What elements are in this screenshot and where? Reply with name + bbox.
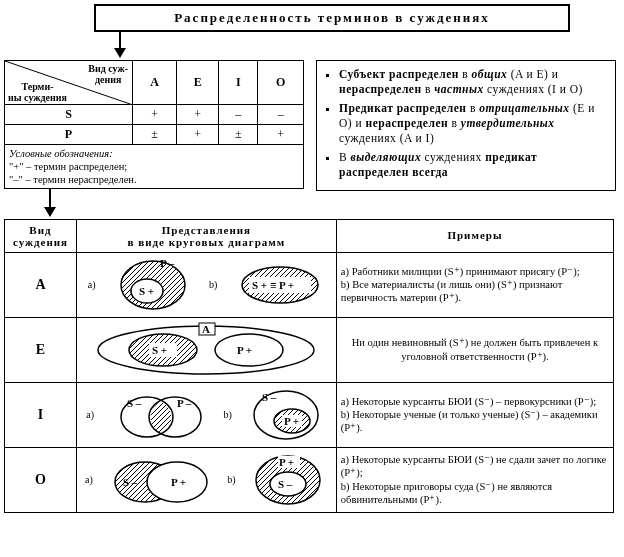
rule-2: Предикат распределен в отрицательных (E … (339, 101, 607, 146)
rule-3-bi1: выделяющих (351, 151, 422, 163)
rules-box: Субъект распределен в общих (A и E) и не… (316, 60, 616, 191)
rule-3-t1: В (339, 151, 351, 163)
euler-type-I: I (5, 382, 77, 447)
ex-I-a: a) Некоторые курсанты БЮИ (S⁻) – первоку… (341, 395, 609, 408)
euler-ex-A: a) Работники милиции (S⁺) принимают прис… (336, 252, 613, 317)
venn-A-a-icon: P – S + (113, 257, 191, 313)
venn-E-icon: S + P + A (91, 322, 321, 378)
ex-I-b: b) Некоторые ученые (и только ученые) (S… (341, 408, 609, 434)
svg-text:S –: S – (123, 476, 138, 488)
distribution-block: Вид суж-дения Терми-ны суждения A E I O … (4, 60, 304, 189)
legend-heading: Условные обозначения: (9, 148, 113, 159)
page-title: Распределенность терминов в суждениях (94, 4, 570, 32)
euler-type-E: E (5, 317, 77, 382)
svg-text:P +: P + (279, 456, 294, 468)
ex-A-b: b) Все материалисты (и лишь они) (S⁺) пр… (341, 278, 609, 304)
svg-text:S +: S + (152, 344, 167, 356)
euler-h1: Видсуждения (5, 219, 77, 252)
rule-1-t3: в (422, 83, 435, 95)
svg-text:S + ≡ P +: S + ≡ P + (252, 279, 294, 291)
rule-3-t2: суждениях (421, 151, 485, 163)
row-label-S: S (5, 105, 133, 125)
row-S: S + + – – (5, 105, 304, 125)
rule-2-b2: нераспределен (366, 117, 449, 129)
label-b: b) (227, 474, 235, 485)
rule-2-t4: суждениях (A и I) (339, 132, 434, 144)
ex-A-a: a) Работники милиции (S⁺) принимают прис… (341, 265, 609, 278)
venn-I-b-icon: P + S – (246, 387, 326, 443)
svg-text:P +: P + (171, 476, 186, 488)
arrow-table-to-euler (39, 189, 620, 219)
diag-top-label: Вид суж-дения (88, 63, 128, 85)
cell-S-E: + (177, 105, 219, 125)
svg-text:S –: S – (278, 478, 293, 490)
label-a: a) (85, 474, 93, 485)
euler-diag-O: a) S – P + b) S – P + (76, 447, 336, 512)
ex-E: Ни один невиновный (S⁺) не должен быть п… (341, 336, 609, 362)
cell-S-I: – (219, 105, 258, 125)
col-O: O (258, 61, 304, 105)
row-P: P ± + ± + (5, 125, 304, 145)
rule-3: В выделяющих суждениях предикат распреде… (339, 150, 607, 180)
legend-plus: "+" – термин распределен; (9, 161, 127, 172)
euler-ex-O: a) Некоторые курсанты БЮИ (S⁻) не сдали … (336, 447, 613, 512)
venn-I-a-icon: S – P – (109, 387, 209, 443)
rule-2-t1: в (467, 102, 480, 114)
euler-type-O: O (5, 447, 77, 512)
euler-diag-I: a) S – P – b) P + S – (76, 382, 336, 447)
rule-1-bi2: частных (434, 83, 483, 95)
rule-1-t2: (A и E) и (507, 68, 558, 80)
euler-row-O: O a) S – P + b) S – P + (5, 447, 614, 512)
euler-row-E: E S + P + A Ни один невиновный (S⁺) не д… (5, 317, 614, 382)
label-b: b) (209, 279, 217, 290)
diag-header: Вид суж-дения Терми-ны суждения (5, 61, 133, 105)
cell-P-A: ± (133, 125, 177, 145)
distribution-table: Вид суж-дения Терми-ны суждения A E I O … (4, 60, 304, 145)
svg-text:A: A (202, 323, 210, 335)
rule-1-b1: Субъект распределен (339, 68, 459, 80)
col-I: I (219, 61, 258, 105)
svg-text:P +: P + (237, 344, 252, 356)
svg-text:P –: P – (177, 397, 192, 409)
legend-box: Условные обозначения: "+" – термин распр… (4, 145, 304, 189)
euler-diag-E: S + P + A (76, 317, 336, 382)
arrow-title-to-table (109, 32, 620, 60)
label-a: a) (88, 279, 96, 290)
venn-O-b-icon: S – P + (248, 452, 328, 508)
rule-1-t1: в (459, 68, 472, 80)
row-label-P: P (5, 125, 133, 145)
ex-O-a: a) Некоторые курсанты БЮИ (S⁻) не сдали … (341, 453, 609, 479)
euler-row-I: I a) S – P – b) P + S – (5, 382, 614, 447)
euler-diag-A: a) P – S + b) S + ≡ P + (76, 252, 336, 317)
col-E: E (177, 61, 219, 105)
svg-text:P +: P + (284, 415, 299, 427)
cell-P-I: ± (219, 125, 258, 145)
rule-1-t4: суждениях (I и O) (484, 83, 583, 95)
rule-2-t3: в (448, 117, 461, 129)
euler-table: Видсуждения Представленияв виде круговых… (4, 219, 614, 513)
venn-O-a-icon: S – P + (105, 452, 215, 508)
euler-ex-E: Ни один невиновный (S⁺) не должен быть п… (336, 317, 613, 382)
svg-text:S +: S + (139, 285, 154, 297)
euler-type-A: A (5, 252, 77, 317)
rule-1-bi1: общих (472, 68, 508, 80)
col-A: A (133, 61, 177, 105)
euler-ex-I: a) Некоторые курсанты БЮИ (S⁻) – первоку… (336, 382, 613, 447)
svg-text:S –: S – (127, 397, 142, 409)
rule-2-bi1: отрицательных (479, 102, 569, 114)
euler-h2: Представленияв виде круговых диаграмм (76, 219, 336, 252)
diag-bot-label: Терми-ны суждения (8, 81, 67, 103)
ex-O-b: b) Некоторые приговоры суда (S⁻) не явля… (341, 480, 609, 506)
rule-1: Субъект распределен в общих (A и E) и не… (339, 67, 607, 97)
euler-h3: Примеры (336, 219, 613, 252)
cell-P-E: + (177, 125, 219, 145)
venn-A-b-icon: S + ≡ P + (235, 257, 325, 313)
rule-2-bi2: утвердительных (461, 117, 555, 129)
rule-1-b2: нераспределен (339, 83, 422, 95)
legend-minus: "–" – термин нераспределен. (9, 174, 137, 185)
euler-row-A: A a) P – S + b) S + ≡ P + a) (5, 252, 614, 317)
svg-text:P –: P – (160, 257, 175, 269)
label-b: b) (223, 409, 231, 420)
cell-S-A: + (133, 105, 177, 125)
cell-P-O: + (258, 125, 304, 145)
